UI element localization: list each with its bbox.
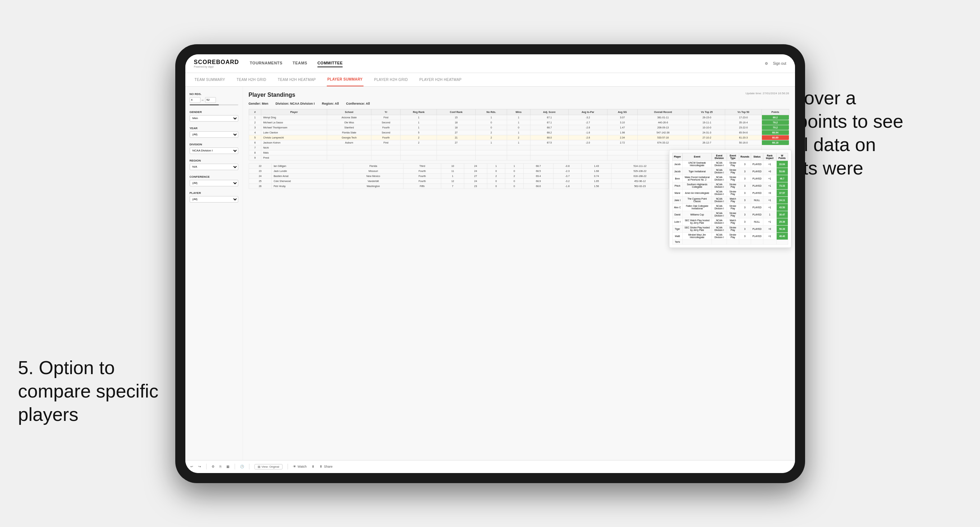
table-row: 5Christo LamprechtGeorgia TechFourth2212… — [249, 135, 789, 140]
table-cell: Bastien Amat — [272, 173, 343, 178]
table-cell: 24 — [464, 168, 487, 173]
tooltip-row: TigerSEC Stroke Play hosted by Jerry Pat… — [672, 225, 788, 232]
table-cell: Fourth — [403, 168, 441, 173]
table-cell: 2.72 — [607, 140, 637, 145]
table-cell: -1.8 — [553, 183, 581, 189]
division-select[interactable]: NCAA Division I — [190, 148, 238, 154]
table-cell: 0 — [505, 168, 523, 173]
col-overall: Overall Record — [637, 109, 689, 115]
table-cell: 50-16-0 — [725, 140, 762, 145]
table-row: 6Jackson KoironAuburnFirst2271167.5-2.02… — [249, 140, 789, 145]
tooltip-row: JacobUNCW Seahawk IntercollegiateNCAA Di… — [672, 160, 788, 168]
table-cell: Petr Hruby — [272, 183, 343, 189]
table-cell: 68.7 — [530, 125, 568, 130]
table-cell: 3.07 — [607, 115, 637, 120]
no-rds-min-input[interactable] — [190, 97, 200, 103]
nav-committee[interactable]: COMMITTEE — [317, 59, 343, 67]
table-cell: 25 — [249, 178, 272, 183]
subnav-team-summary[interactable]: TEAM SUMMARY — [194, 73, 226, 86]
view-original-btn[interactable]: ▤ View: Original — [255, 464, 283, 470]
table-cell: 2 — [505, 173, 523, 178]
table-cell: 0 — [507, 125, 530, 130]
nav-right: ⚙ Sign out — [765, 62, 786, 65]
table-cell: 547-142-38 — [637, 130, 689, 135]
navbar: SCOREBOARD Powered by clippi TOURNAMENTS… — [185, 54, 795, 73]
no-rds-label: No Rds. — [190, 92, 238, 96]
table-cell: 0 — [505, 178, 523, 183]
table-cell: 2 — [476, 130, 507, 135]
undo-btn[interactable]: ↩ — [190, 465, 193, 468]
tt-col-player: Player — [672, 153, 683, 160]
table-cell: 27-10-2 — [689, 135, 725, 140]
table-cell: Arizona State — [327, 115, 371, 120]
table-cell — [401, 145, 437, 150]
table-cell: 4 — [249, 130, 261, 135]
gender-select[interactable]: Men — [190, 115, 238, 122]
tooltip-row: Alex CFallen Oak Collegiate Invitational… — [672, 203, 788, 211]
subnav-team-h2h-heatmap[interactable]: TEAM H2H HEATMAP — [277, 73, 317, 86]
table-cell: 616-168-22 — [611, 173, 668, 178]
col-wins: Wins — [507, 109, 530, 115]
download-btn[interactable]: ⬇ — [312, 465, 315, 468]
subnav-team-h2h-grid[interactable]: TEAM H2H GRID — [236, 73, 267, 86]
filter-region: Region N/A — [190, 159, 238, 170]
table-cell[interactable]: 78.2 — [762, 120, 789, 125]
col-conf-rank: Conf Rank — [437, 109, 476, 115]
layout-btn[interactable]: ▦ — [226, 465, 230, 468]
table-cell: Michael La Sasso — [261, 120, 327, 125]
table-cell: Fourth — [403, 178, 441, 183]
table-cell[interactable]: 80.89 — [762, 135, 789, 140]
table-cell: 2 — [401, 135, 437, 140]
sign-out-link[interactable]: Sign out — [773, 62, 786, 65]
watch-btn[interactable]: 👁 Watch — [293, 465, 307, 468]
table-cell: 1 — [487, 163, 505, 168]
no-rds-slider[interactable] — [190, 104, 238, 105]
table-cell: 29-15-0 — [689, 115, 725, 120]
table-cell: 3 — [249, 125, 261, 130]
table-cell: 5 — [249, 135, 261, 140]
toolbar-sep-1 — [206, 464, 207, 470]
table-cell: -2.6 — [569, 125, 608, 130]
subnav-player-h2h-heatmap[interactable]: PLAYER H2H HEATMAP — [418, 73, 462, 86]
table-cell: -2.7 — [569, 120, 608, 125]
share-btn[interactable]: ⬆ Share — [320, 465, 332, 468]
player-select[interactable]: (All) — [190, 196, 238, 203]
table-cell: 24-31-3 — [689, 130, 725, 135]
table-cell: 0 — [487, 168, 505, 173]
settings-btn[interactable]: ⚙ — [212, 465, 215, 468]
table-cell: 68.5 — [523, 168, 553, 173]
nav-teams[interactable]: TEAMS — [293, 59, 307, 67]
panel-title: Player Standings — [249, 92, 296, 98]
table-cell: 6 — [249, 140, 261, 145]
table-row: 2Michael La SassoOle MissSecond1180167.1… — [249, 120, 789, 125]
table-cell: Florida State — [327, 130, 371, 135]
table-cell[interactable]: 70.2 — [762, 125, 789, 130]
bottom-toolbar: ↩ ↪ ⚙ ⎘ ▦ 🕐 ▤ View: Original 👁 Watch ⬇ — [185, 460, 795, 473]
table-cell: Ian Gilligan — [272, 163, 343, 168]
nav-tournaments[interactable]: TOURNAMENTS — [250, 59, 283, 67]
table-cell: 1.98 — [607, 130, 637, 135]
table-cell[interactable]: 68.94 — [762, 130, 789, 135]
table-cell: 0 — [476, 120, 507, 125]
tt-col-division: Event Division — [711, 153, 727, 160]
table-cell: 68.0 — [530, 135, 568, 140]
clock-btn[interactable]: 🕐 — [240, 465, 244, 468]
table-cell[interactable]: 88.2 — [762, 115, 789, 120]
table-cell: 674-33-12 — [637, 140, 689, 145]
nav-items: TOURNAMENTS TEAMS COMMITTEE — [250, 59, 765, 67]
subnav-player-h2h-grid[interactable]: PLAYER H2H GRID — [374, 73, 409, 86]
conference-select[interactable]: (All) — [190, 180, 238, 186]
logo-area: SCOREBOARD Powered by clippi — [194, 59, 239, 68]
subnav-player-summary[interactable]: PLAYER SUMMARY — [327, 73, 363, 86]
no-rds-max-input[interactable] — [205, 97, 216, 103]
table-cell: -1.6 — [569, 130, 608, 135]
col-school: School — [327, 109, 371, 115]
copy-btn[interactable]: ⎘ — [220, 465, 221, 468]
gender-filter-display: Gender: Men — [249, 102, 269, 105]
table-cell: Ole Miss — [327, 120, 371, 125]
table-cell[interactable]: 68.18 — [762, 140, 789, 145]
redo-btn[interactable]: ↪ — [198, 465, 201, 468]
region-select[interactable]: N/A — [190, 163, 238, 170]
year-select[interactable]: (All) — [190, 131, 238, 138]
tooltip-row: Terhi — [672, 240, 788, 244]
